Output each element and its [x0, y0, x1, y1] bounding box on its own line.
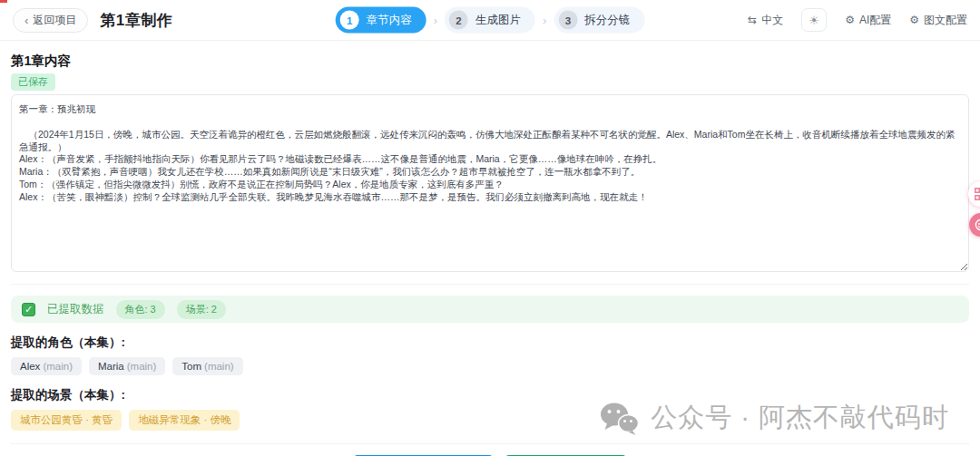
- character-name: Alex: [20, 361, 40, 372]
- character-role: (main): [127, 361, 157, 372]
- language-label: 中文: [761, 13, 783, 28]
- media-config-label: 图文配置: [924, 13, 967, 28]
- step-generate-images[interactable]: 2 生成图片: [445, 7, 535, 34]
- recording-indicator-mark: [0, 0, 7, 3]
- character-role: (main): [43, 361, 73, 372]
- character-name: Maria: [98, 361, 124, 372]
- header: ‹ 返回项目 第1章制作 1 章节内容 › 2 生成图片 › 3 拆分分镜 ⇆ …: [0, 0, 980, 41]
- character-pill[interactable]: Alex(main): [11, 357, 82, 375]
- characters-section-title: 提取的角色（本集）:: [11, 335, 969, 351]
- chevron-left-icon: ‹: [24, 15, 28, 26]
- header-toolbar: ⇆ 中文 ☀ ⚙ AI配置 ⚙ 图文配置: [748, 8, 967, 32]
- action-bar: ↻ 重新提取角色和场景 下一步：生成图片 ›: [11, 444, 969, 456]
- sun-icon: ☀: [808, 14, 819, 27]
- stepper: 1 章节内容 › 2 生成图片 › 3 拆分分镜: [336, 7, 645, 34]
- qr-code-icon: [975, 188, 980, 200]
- step-1-label: 章节内容: [367, 13, 412, 28]
- qr-code-button[interactable]: [968, 181, 980, 207]
- saved-status-badge: 已保存: [11, 73, 55, 91]
- character-name: Tom: [181, 361, 201, 372]
- scenes-count-badge: 场景: 2: [177, 300, 226, 319]
- swap-arrows-icon: ⇆: [748, 14, 757, 26]
- step-2-label: 生成图片: [475, 13, 521, 28]
- step-3-label: 拆分分镜: [584, 13, 630, 28]
- support-chat-button[interactable]: [969, 213, 980, 237]
- scene-pill[interactable]: 地磁异常现象 · 傍晚: [129, 410, 240, 431]
- character-pill[interactable]: Tom(main): [172, 357, 242, 375]
- gear-icon: ⚙: [845, 14, 855, 26]
- floating-widgets: [968, 181, 980, 237]
- checkbox-checked-icon: ✓: [22, 303, 35, 316]
- chevron-right-icon: ›: [543, 14, 546, 27]
- theme-toggle-button[interactable]: ☀: [801, 8, 827, 32]
- chevron-right-icon: ›: [434, 14, 437, 27]
- scene-pill[interactable]: 城市公园黄昏 · 黄昏: [11, 410, 122, 431]
- ai-config-label: AI配置: [859, 13, 891, 28]
- characters-count-badge: 角色: 3: [116, 300, 165, 319]
- step-1-number: 1: [340, 11, 359, 30]
- chapter-section-title: 第1章内容: [11, 53, 969, 70]
- language-toggle-button[interactable]: ⇆ 中文: [748, 13, 783, 28]
- gear-icon: ⚙: [909, 14, 919, 26]
- character-role: (main): [204, 361, 234, 372]
- chat-face-icon: [975, 218, 980, 231]
- step-3-number: 3: [558, 11, 577, 30]
- extracted-status-label: 已提取数据: [47, 302, 104, 317]
- back-to-project-button[interactable]: ‹ 返回项目: [13, 8, 88, 33]
- main-content: 第1章内容 已保存 第一章：预兆初现 （2024年1月15日，傍晚，城市公园。天…: [0, 41, 980, 456]
- back-button-label: 返回项目: [33, 13, 76, 28]
- chapter-content-textarea[interactable]: 第一章：预兆初现 （2024年1月15日，傍晚，城市公园。天空泛着诡异的橙红色，…: [11, 94, 969, 272]
- step-chapter-content[interactable]: 1 章节内容: [336, 7, 426, 34]
- section-divider: [11, 284, 969, 285]
- scenes-section-title: 提取的场景（本集）:: [11, 387, 969, 403]
- ai-config-button[interactable]: ⚙ AI配置: [845, 13, 891, 28]
- page-title: 第1章制作: [100, 10, 172, 31]
- step-2-number: 2: [449, 11, 468, 30]
- extracted-data-bar: ✓ 已提取数据 角色: 3 场景: 2: [11, 296, 969, 323]
- media-config-button[interactable]: ⚙ 图文配置: [909, 13, 967, 28]
- character-pill-row: Alex(main) Maria(main) Tom(main): [11, 357, 969, 375]
- character-pill[interactable]: Maria(main): [89, 357, 165, 375]
- step-split-storyboard[interactable]: 3 拆分分镜: [554, 7, 644, 34]
- scene-pill-row: 城市公园黄昏 · 黄昏 地磁异常现象 · 傍晚: [11, 410, 969, 431]
